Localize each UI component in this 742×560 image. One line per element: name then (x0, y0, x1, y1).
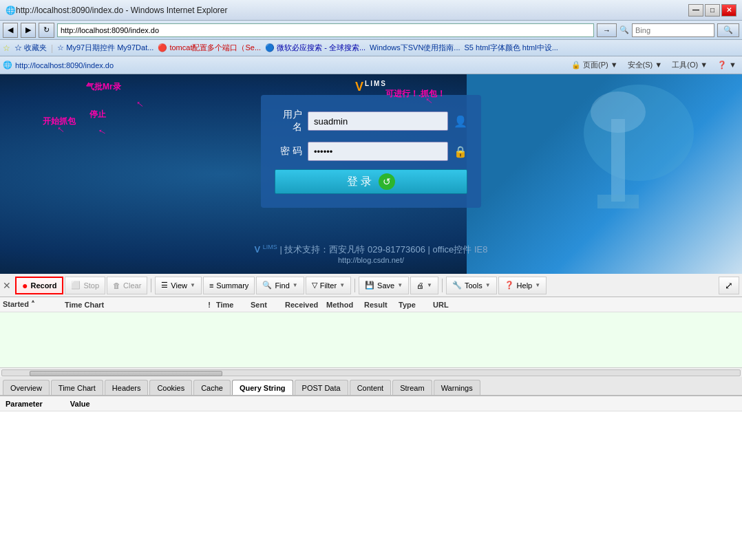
save-button[interactable]: 💾 Save ▼ (359, 277, 409, 294)
username-label: 用户名 (275, 109, 302, 133)
filter-label: Filter (320, 281, 337, 290)
record-dot-icon: ● (22, 280, 28, 291)
fav-item-3[interactable]: 🔵 微软必应搜索 - 全球搜索... (265, 43, 365, 53)
favorites-bar: ☆ ☆ 收藏夹 | ☆ My97日期控件 My97Dat... 🔴 tomcat… (0, 40, 742, 56)
tab-cookies[interactable]: Cookies (149, 380, 192, 395)
fav-item-5[interactable]: S5 html字体颜色 html中设... (465, 43, 558, 53)
page-icon: 🌐 (3, 61, 12, 69)
password-input[interactable] (308, 142, 448, 161)
page-tools-button[interactable]: 🔒 页面(P) ▼ (569, 58, 621, 72)
bing-label: 🔍 (619, 25, 629, 34)
tab-headers[interactable]: Headers (105, 380, 149, 395)
fav-item-2[interactable]: 🔴 tomcat配置多个端口（Se... (158, 43, 261, 53)
help-button[interactable]: ❓ ▼ (714, 58, 739, 72)
stop-button[interactable]: ⬜ Stop (65, 277, 105, 294)
fiddler-close[interactable]: ✕ (3, 280, 11, 291)
tab-cache[interactable]: Cache (193, 380, 231, 395)
go-button[interactable]: → (597, 23, 617, 37)
maximize-button[interactable]: □ (705, 4, 720, 17)
forward-button[interactable]: ▶ (21, 23, 36, 38)
safety-button[interactable]: 安全(S) ▼ (625, 58, 666, 72)
favorites-label[interactable]: ☆ 收藏夹 (14, 43, 47, 53)
printer-icon: 🖨 (416, 281, 424, 290)
tab-content-label: Content (357, 384, 384, 392)
filter-button[interactable]: ▽ Filter ▼ (306, 277, 351, 294)
view-button[interactable]: ☰ View ▼ (155, 277, 202, 294)
fav-item-1[interactable]: ☆ My97日期控件 My97Dat... (57, 43, 153, 53)
tab-timechart[interactable]: Time Chart (51, 380, 103, 395)
tab-overview-label: Overview (10, 384, 42, 392)
printer-dropdown-icon: ▼ (427, 282, 432, 288)
tab-cookies-label: Cookies (157, 384, 184, 392)
title-bar: 🌐 http://localhost:8090/index.do - Windo… (0, 0, 742, 21)
find-button[interactable]: 🔍 Find ▼ (256, 277, 304, 294)
col-header-method: Method (326, 301, 364, 309)
clear-button[interactable]: 🗑 Clear (107, 277, 147, 294)
tools-label: Tools (465, 281, 483, 290)
tools-menu-button[interactable]: 🔧 Tools ▼ (446, 277, 497, 294)
window-favicon: 🌐 (6, 6, 16, 15)
lock-icon: 🔒 (454, 145, 467, 158)
search-input[interactable] (632, 23, 714, 37)
col-header-received: Received (285, 301, 326, 309)
resize-button[interactable]: ⤢ (719, 277, 739, 294)
tab-headers-label: Headers (112, 384, 141, 392)
lower-pane: Parameter Value (0, 396, 742, 515)
fav-item-4[interactable]: Windows下SVN使用指南... (370, 43, 460, 53)
summary-button[interactable]: ≡ Summary (203, 277, 255, 294)
login-button[interactable]: 登 录 ↺ (275, 169, 467, 194)
help-icon: ❓ (505, 281, 514, 290)
tab-postdata[interactable]: POST Data (295, 380, 348, 395)
record-label: Record (30, 281, 56, 290)
col-header-excl: ! (202, 301, 216, 309)
help-label: Help (517, 281, 533, 290)
col-header-type: Type (399, 301, 433, 309)
record-button[interactable]: ● Record (15, 277, 63, 294)
tab-overview[interactable]: Overview (3, 380, 50, 395)
col-header-timechart: Time Chart (65, 301, 202, 309)
annotation-batch: 气批Mr录 (86, 81, 121, 93)
printer-button[interactable]: 🖨 ▼ (410, 277, 438, 294)
close-button[interactable]: ✕ (721, 4, 736, 17)
svg-rect-2 (597, 195, 639, 208)
tab-querystring[interactable]: Query String (232, 380, 293, 395)
col-header-result: Result (364, 301, 399, 309)
second-address-bar: 🌐 http://localhost:8090/index.do 🔒 页面(P)… (0, 56, 742, 74)
back-button[interactable]: ◀ (3, 23, 18, 38)
tab-stream-label: Stream (400, 384, 424, 392)
horizontal-scrollbar[interactable] (0, 367, 742, 377)
window-controls: — □ ✕ (688, 4, 736, 17)
find-dropdown-icon: ▼ (293, 282, 298, 288)
help-menu-button[interactable]: ❓ Help ▼ (498, 277, 547, 294)
minimize-button[interactable]: — (688, 4, 703, 17)
tabs-bar: Overview Time Chart Headers Cookies Cach… (0, 377, 742, 396)
refresh-button[interactable]: ↻ (39, 23, 54, 38)
tab-stream[interactable]: Stream (392, 380, 432, 395)
tools-button[interactable]: 工具(O) ▼ (669, 58, 710, 72)
scrollbar-track[interactable] (1, 369, 741, 376)
tab-timechart-label: Time Chart (59, 384, 96, 392)
address-bar: ◀ ▶ ↻ → 🔍 🔍 (0, 21, 742, 40)
login-button-label: 登 录 (347, 175, 372, 189)
find-label: Find (275, 281, 289, 290)
col-header-url: URL (433, 301, 739, 309)
fiddler-toolbar: ✕ ● Record ⬜ Stop 🗑 Clear ☰ View ▼ ≡ Sum… (0, 274, 742, 297)
svg-point-3 (591, 91, 646, 133)
tab-content[interactable]: Content (350, 380, 392, 395)
second-address-text: http://localhost:8090/index.do (15, 61, 566, 69)
username-input[interactable] (308, 111, 448, 131)
col-value: Value (70, 400, 90, 408)
view-label: View (171, 281, 187, 290)
help-dropdown-icon: ▼ (535, 282, 540, 288)
tab-warnings[interactable]: Warnings (434, 380, 480, 395)
tab-querystring-label: Query String (240, 384, 286, 392)
address-input[interactable] (57, 23, 594, 37)
table-content (0, 312, 742, 367)
search-button[interactable]: 🔍 (717, 23, 739, 37)
filter-icon: ▽ (312, 281, 317, 290)
clear-label: Clear (123, 281, 141, 290)
scrollbar-thumb[interactable] (30, 371, 222, 376)
password-label: 密 码 (275, 145, 302, 158)
vlims-sub: LIMS (263, 244, 277, 250)
stop-label: Stop (83, 281, 99, 290)
